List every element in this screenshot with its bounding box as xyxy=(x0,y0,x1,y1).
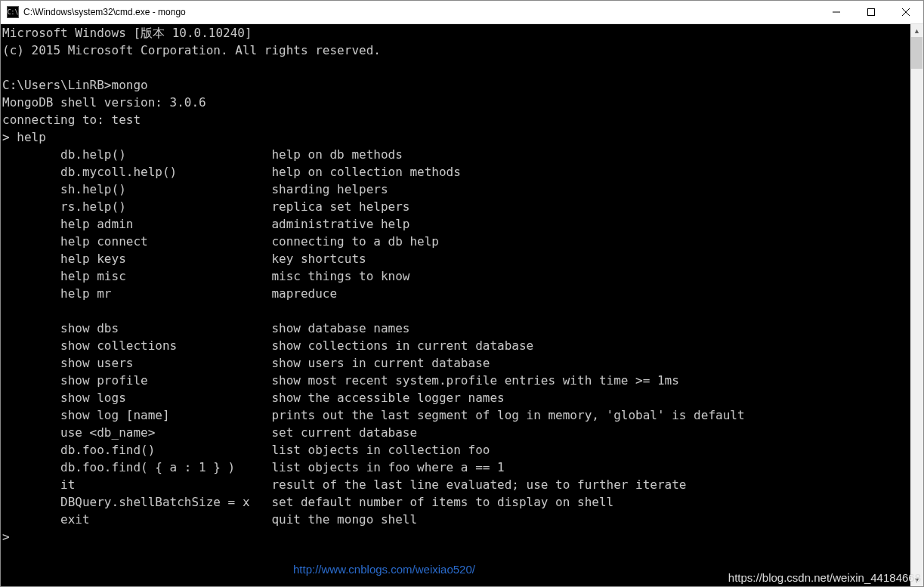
window-title: C:\Windows\system32\cmd.exe - mongo xyxy=(23,7,819,17)
cmd-window: C:\ C:\Windows\system32\cmd.exe - mongo … xyxy=(0,0,924,587)
vertical-scrollbar[interactable]: ▲ ▼ xyxy=(910,24,923,586)
watermark-text: https://blog.csdn.net/weixin_44184668 xyxy=(728,571,921,584)
minimize-button[interactable] xyxy=(819,1,854,23)
final-prompt: > xyxy=(2,530,10,544)
console-output[interactable]: Microsoft Windows [版本 10.0.10240] (c) 20… xyxy=(1,24,910,586)
close-button[interactable] xyxy=(888,1,923,23)
blog-link[interactable]: http://www.cnblogs.com/weixiao520/ xyxy=(293,563,475,576)
prompt-line: C:\Users\LinRB>mongo xyxy=(2,78,148,92)
connecting-line: connecting to: test xyxy=(2,113,141,127)
copyright-line: (c) 2015 Microsoft Corporation. All righ… xyxy=(2,43,381,57)
shell-version: MongoDB shell version: 3.0.6 xyxy=(2,95,206,110)
help-prompt: > help xyxy=(2,130,46,144)
scroll-up-arrow-icon[interactable]: ▲ xyxy=(910,24,923,37)
window-controls xyxy=(819,1,923,23)
help-block: db.help() help on db methods db.mycoll.h… xyxy=(2,147,745,527)
cmd-icon: C:\ xyxy=(7,6,19,18)
scroll-track[interactable] xyxy=(910,37,923,573)
svg-rect-1 xyxy=(868,9,875,16)
scroll-thumb[interactable] xyxy=(911,37,922,69)
os-header: Microsoft Windows [版本 10.0.10240] xyxy=(2,26,252,40)
maximize-button[interactable] xyxy=(854,1,888,23)
console-area: Microsoft Windows [版本 10.0.10240] (c) 20… xyxy=(1,24,923,586)
titlebar[interactable]: C:\ C:\Windows\system32\cmd.exe - mongo xyxy=(1,1,923,24)
